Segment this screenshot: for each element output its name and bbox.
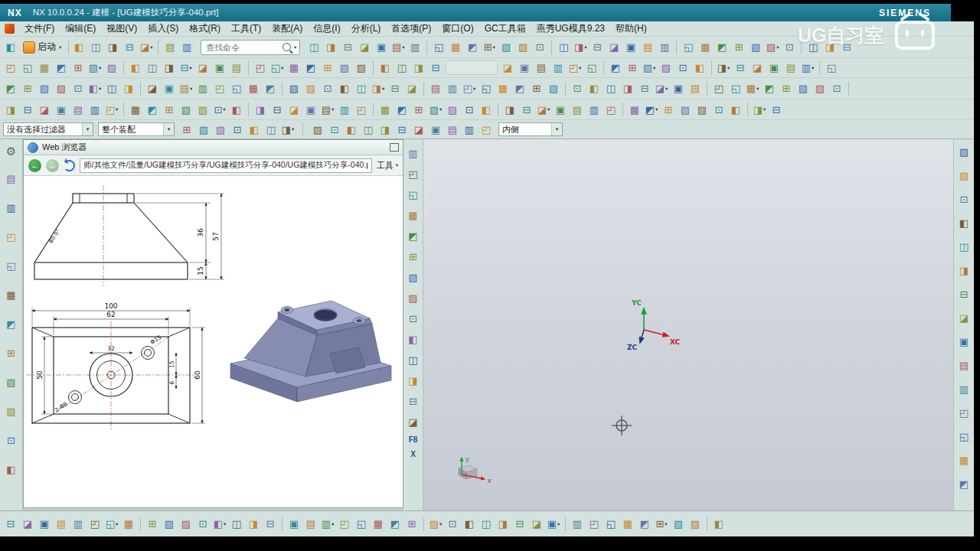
toolbar-icon[interactable]: ⊡ [956,191,972,207]
toolbar-icon[interactable]: ▣ [517,60,532,76]
toolbar-icon[interactable]: ▤▾ [178,81,194,96]
toolbar-icon[interactable]: ◫ [406,352,421,367]
toolbar-icon[interactable]: ⊡ [782,40,797,55]
toolbar-icon[interactable]: ◱ [824,60,839,76]
toolbar-icon[interactable]: ▧ [286,81,302,96]
toolbar-icon[interactable]: ◫ [479,517,494,532]
toolbar-icon[interactable]: ◩ [406,228,421,243]
toolbar-icon[interactable]: ⊟ [590,40,605,55]
toolbar-icon[interactable]: ◩ [637,517,652,532]
toolbar-icon[interactable]: ▧ [406,269,421,285]
toolbar-icon[interactable]: ▨ [213,122,228,137]
toolbar-icon[interactable]: ◪ [606,40,622,55]
toolbar-icon[interactable]: ◩ [387,517,403,532]
toolbar-icon[interactable]: ⊟▾ [178,60,194,76]
toolbar-icon[interactable]: ▨ [688,517,703,532]
window-controls[interactable] [951,4,974,21]
toolbar-icon[interactable]: ◪ [411,122,426,137]
toolbar-icon[interactable]: ▤▾ [320,102,335,117]
toolbar-icon[interactable]: ▧▾ [642,60,657,76]
app-menu-icon[interactable] [5,24,15,34]
toolbar-icon[interactable]: ▥ [406,145,421,161]
toolbar-icon[interactable]: ▨ [54,81,69,96]
toolbar-icon[interactable]: ◪▾ [654,81,669,96]
chevron-down-icon[interactable]: ▾ [763,106,766,112]
toolbar-icon[interactable]: ▦ [121,517,136,532]
x-axis-button[interactable]: X [410,450,416,458]
toolbar-icon[interactable]: ◱▾ [104,517,119,532]
toolbar-icon[interactable]: ⊞▾ [654,517,669,532]
toolbar-icon[interactable]: ◨▾ [280,122,296,137]
toolbar-icon[interactable]: ◨ [502,102,518,117]
toolbar-icon[interactable]: ⊟ [122,40,137,55]
toolbar-icon[interactable]: ⊟ [387,81,403,96]
toolbar-icon[interactable]: ⊟ [637,81,652,96]
chevron-down-icon[interactable]: ▾ [557,521,560,527]
toolbar-icon[interactable]: ▧ [678,102,693,117]
toolbar-icon[interactable]: ◨ [377,122,393,137]
toolbar-icon[interactable]: ⊞ [406,249,421,264]
toolbar-icon[interactable]: ▣ [766,60,782,76]
toolbar-icon[interactable]: ◫ [394,60,410,76]
toolbar-icon[interactable]: ▨ [310,122,325,137]
toolbar-icon[interactable]: ▦ [286,60,302,76]
toolbar-icon[interactable]: ⊞ [145,517,160,532]
toolbar-icon[interactable]: ◪ [956,310,972,325]
toolbar-icon[interactable]: ◩▾ [644,102,659,117]
toolbar-icon[interactable]: ◪ [404,81,420,96]
chevron-down-icon[interactable]: ▾ [292,126,294,132]
chevron-down-icon[interactable]: ▾ [189,65,191,71]
toolbar-icon[interactable]: ⊞ [625,60,640,76]
toolbar-icon[interactable]: ◧ [344,122,359,137]
toolbar-icon[interactable]: ▦▾ [745,81,760,96]
toolbar-icon[interactable]: ◧ [711,517,727,532]
toolbar-icon[interactable]: ⊟ [428,60,443,76]
toolbar-icon[interactable]: ▧ [162,517,177,532]
toolbar-icon[interactable]: ▦ [377,102,393,117]
chevron-down-icon[interactable]: ▾ [382,86,384,92]
toolbar-icon[interactable]: ▧ [37,81,52,96]
chevron-down-icon[interactable]: ▾ [665,521,667,527]
toolbar-icon[interactable]: ⊡ [675,60,691,76]
chevron-down-icon[interactable]: ▾ [439,521,442,527]
toolbar-icon[interactable]: ◪ [500,60,515,76]
toolbar-icon[interactable]: ◨ [105,40,120,55]
toolbar-icon[interactable]: ◧ [462,517,477,532]
chevron-down-icon[interactable]: ▾ [99,65,101,71]
toolbar-icon[interactable]: ▤ [783,60,799,76]
menu-information[interactable]: 信息(I) [308,21,345,36]
toolbar-icon[interactable]: ⊞ [4,345,19,360]
toolbar-icon[interactable]: ▦ [406,207,421,223]
toolbar-icon[interactable]: ◩ [263,81,278,96]
toolbar-icon[interactable]: ▣ [37,517,52,532]
toolbar-icon[interactable]: ⊡ [327,122,342,137]
chevron-down-icon[interactable]: ▾ [82,123,93,135]
toolbar-icon[interactable]: ◨▾ [371,81,386,96]
toolbar-icon[interactable]: ⊞ [179,122,194,137]
toolbar-icon[interactable]: ◰ [603,102,619,117]
toolbar-icon[interactable]: ◧▾ [212,517,227,532]
toolbar-icon[interactable]: ◱ [956,429,972,444]
toolbar-icon[interactable]: ◨ [495,517,511,532]
command-search[interactable]: ▾ [201,40,300,55]
toolbar-icon[interactable]: ◩ [512,81,528,96]
toolbar-icon[interactable]: ⊞ [411,102,426,117]
toolbar-icon[interactable]: ▤ [570,102,585,117]
selection-scope-combo[interactable]: 整个装配 ▾ [98,122,175,136]
toolbar-icon[interactable]: ⊟ [340,40,355,55]
toolbar-icon[interactable]: ▣ [428,122,443,137]
toolbar-icon[interactable]: ▣ [374,40,389,55]
toolbar-icon[interactable]: ⊞ [404,517,420,532]
toolbar-icon[interactable]: ◫ [306,40,322,55]
toolbar-icon[interactable]: ◩ [608,60,623,76]
toolbar-icon[interactable]: ⊡▾ [212,102,227,117]
toolbar-icon[interactable]: ⊡ [829,81,844,96]
toolbar-icon[interactable]: ⊡ [195,517,211,532]
toolbar-icon[interactable]: ◫ [805,40,821,55]
toolbar-icon[interactable]: ◱ [431,40,446,55]
toolbar-icon[interactable]: ▨ [658,60,674,76]
chevron-down-icon[interactable]: ▾ [439,106,442,112]
toolbar-icon[interactable]: ◫ [145,60,160,76]
toolbar-icon[interactable]: ◨ [253,102,268,117]
toolbar-icon[interactable]: ▨ [445,102,460,117]
